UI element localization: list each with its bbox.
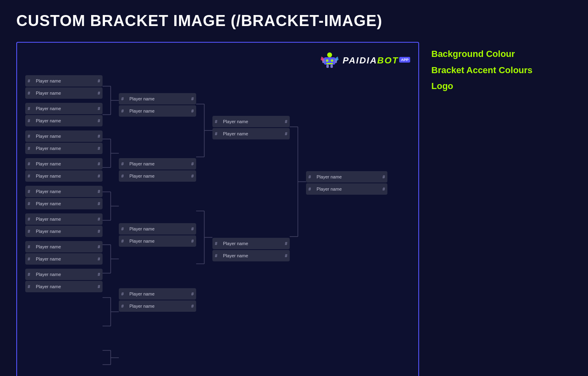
player-slot: # Player name #: [212, 128, 290, 139]
round-1-matches: # Player name # # Player name #: [25, 75, 103, 295]
connector-r1-r2: [103, 75, 119, 368]
main-layout: PAIDIABOTAPP # Player name # #: [16, 42, 572, 376]
match-r1-3: # Player name # # Player name #: [25, 130, 103, 155]
player-slot: # Player name #: [25, 170, 103, 182]
round2-group: # Player name # # Player name #: [103, 75, 387, 376]
player-slot: # Player name #: [25, 115, 103, 126]
player-slot-finals-1: # Player name #: [306, 171, 387, 183]
round-3: # Player name # # Player name #: [212, 116, 290, 264]
player-slot: # Player name #: [25, 143, 103, 154]
player-slot: # Player name #: [25, 158, 103, 170]
player-slot: # Player name #: [119, 300, 196, 312]
player-slot: # Player name #: [25, 269, 103, 280]
player-slot: # Player name #: [119, 223, 196, 235]
logo-area: PAIDIABOTAPP: [320, 51, 410, 70]
sidebar-item-logo[interactable]: Logo: [431, 78, 572, 94]
player-slot: # Player name #: [119, 105, 196, 117]
bracket-rounds: # Player name # # Player name #: [25, 51, 410, 376]
match-r1-4: # Player name # # Player name #: [25, 158, 103, 183]
match-r1-2: # Player name # # Player name #: [25, 103, 103, 127]
bracket-container: PAIDIABOTAPP # Player name # #: [16, 42, 419, 376]
match-r3-2: # Player name # # Player name #: [212, 238, 290, 262]
sidebar-item-background-colour[interactable]: Background Colour: [431, 46, 572, 62]
player-slot: # Player name #: [25, 130, 103, 142]
round-1: # Player name # # Player name #: [25, 75, 103, 295]
match-r3-1: # Player name # # Player name #: [212, 116, 290, 140]
player-slot: # Player name #: [25, 253, 103, 265]
match-r2-2: # Player name # # Player name #: [119, 158, 196, 183]
page-title: CUSTOM BRACKET IMAGE (/BRACKET-IMAGE): [16, 12, 572, 30]
match-finals: # Player name # # Player name #: [306, 171, 387, 196]
svg-rect-8: [330, 65, 333, 68]
player-slot: # Player name #: [25, 281, 103, 292]
logo-text: PAIDIABOTAPP: [343, 55, 410, 66]
round-2: # Player name # # Player name #: [119, 93, 196, 314]
player-slot: # Player name #: [25, 103, 103, 114]
sidebar-item-bracket-accent-colours[interactable]: Bracket Accent Colours: [431, 62, 572, 78]
player-slot: # Player name #: [119, 170, 196, 182]
player-slot-finals-2: # Player name #: [306, 183, 387, 195]
round-4-finals: # Player name # # Player name #: [306, 171, 387, 197]
svg-point-0: [327, 52, 332, 57]
player-slot: # Player name #: [25, 226, 103, 237]
player-slot: # Player name #: [212, 238, 290, 249]
player-slot: # Player name #: [25, 75, 103, 87]
match-r2-4: # Player name # # Player name #: [119, 288, 196, 313]
player-slot: # Player name #: [25, 87, 103, 99]
connector-r3-r4: [290, 116, 306, 368]
player-slot: # Player name #: [119, 235, 196, 247]
player-slot: # Player name #: [25, 198, 103, 209]
match-r2-3: # Player name # # Player name #: [119, 223, 196, 248]
logo-app-badge: APP: [399, 57, 410, 63]
player-slot: # Player name #: [25, 186, 103, 197]
match-r1-6: # Player name # # Player name #: [25, 213, 103, 238]
player-slot: # Player name #: [25, 213, 103, 225]
robot-icon: [320, 51, 339, 70]
connector-r2-r3: [196, 93, 212, 376]
svg-point-5: [331, 59, 333, 62]
match-r1-8: # Player name # # Player name #: [25, 269, 103, 293]
player-slot: # Player name #: [212, 250, 290, 261]
player-slot: # Player name #: [119, 288, 196, 300]
player-slot: # Player name #: [119, 158, 196, 170]
match-r2-1: # Player name # # Player name #: [119, 93, 196, 117]
match-r1-1: # Player name # # Player name #: [25, 75, 103, 100]
player-slot: # Player name #: [212, 116, 290, 127]
match-r1-7: # Player name # # Player name #: [25, 241, 103, 265]
match-r1-5: # Player name # # Player name #: [25, 186, 103, 210]
player-slot: # Player name #: [119, 93, 196, 104]
player-slot: # Player name #: [25, 241, 103, 252]
sidebar: Background Colour Bracket Accent Colours…: [431, 42, 572, 94]
svg-point-4: [326, 59, 328, 62]
svg-rect-7: [326, 65, 329, 68]
svg-rect-6: [326, 63, 333, 64]
